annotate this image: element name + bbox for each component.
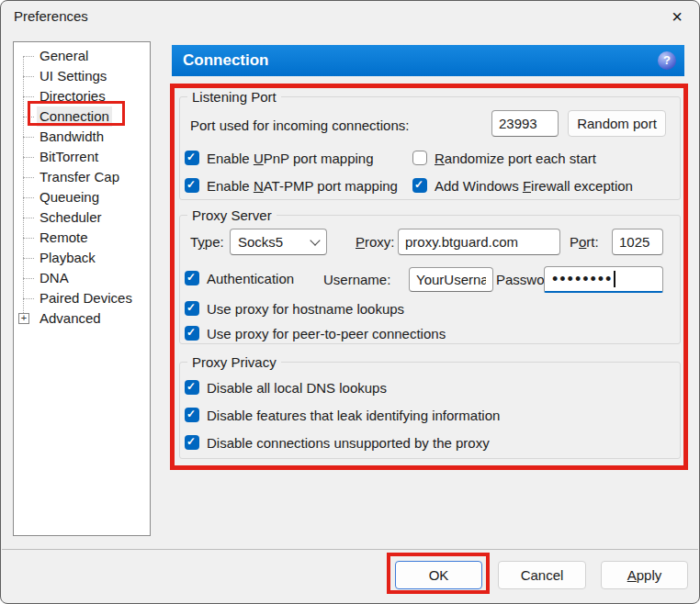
- natpmp-checkbox-row: Enable NAT-PMP port mapping: [185, 175, 398, 196]
- natpmp-checkbox[interactable]: [185, 178, 199, 193]
- text-caret: [614, 271, 615, 287]
- proxy-port-input[interactable]: [612, 229, 663, 255]
- sidebar-item-directories[interactable]: Directories: [14, 86, 150, 106]
- tree-twig: [23, 258, 34, 259]
- randomize-port-checkbox[interactable]: [412, 151, 427, 165]
- proxy-server-group: Proxy Server Type: Socks5 Proxy: Port: A…: [179, 215, 681, 344]
- sidebar-item-remote[interactable]: Remote: [14, 228, 150, 248]
- page-title: Connection: [172, 45, 684, 76]
- chevron-down-icon: [310, 235, 320, 245]
- hostname-lookup-checkbox-row: Use proxy for hostname lookups: [185, 298, 404, 319]
- p2p-proxy-label: Use proxy for peer-to-peer connections: [207, 326, 446, 341]
- upnp-checkbox[interactable]: [185, 151, 199, 165]
- sidebar-item-queueing[interactable]: Queueing: [14, 187, 150, 207]
- natpmp-label: Enable NAT-PMP port mapping: [207, 178, 398, 194]
- authentication-label: Authentication: [207, 271, 294, 286]
- randomize-checkbox-row: Randomize port each start: [412, 148, 596, 168]
- hostname-lookup-label: Use proxy for hostname lookups: [207, 301, 404, 317]
- group-title: Proxy Server: [187, 207, 277, 225]
- disable-dns-checkbox[interactable]: [185, 380, 199, 395]
- upnp-checkbox-row: Enable UPnP port mapping: [185, 148, 374, 168]
- p2p-proxy-checkbox[interactable]: [185, 326, 199, 341]
- firewall-checkbox-row: Add Windows Firewall exception: [412, 175, 633, 196]
- proxy-host-label: Proxy:: [356, 229, 395, 255]
- hostname-lookup-checkbox[interactable]: [185, 301, 199, 316]
- p2p-proxy-checkbox-row: Use proxy for peer-to-peer connections: [185, 323, 446, 343]
- disable-dns-label: Disable all local DNS lookups: [207, 380, 387, 396]
- authentication-checkbox-row: Authentication: [185, 268, 294, 288]
- cancel-button[interactable]: Cancel: [498, 561, 586, 589]
- firewall-label: Add Windows Firewall exception: [435, 178, 633, 194]
- upnp-label: Enable UPnP port mapping: [207, 151, 374, 166]
- proxy-privacy-group: Proxy Privacy Disable all local DNS look…: [179, 362, 681, 459]
- sidebar-item-dna[interactable]: DNA: [14, 268, 150, 288]
- tree-twig: [23, 238, 34, 239]
- sidebar-item-transfer-cap[interactable]: Transfer Cap: [14, 167, 150, 187]
- sidebar-item-playback[interactable]: Playback: [14, 248, 150, 268]
- tree-twig: [23, 96, 34, 97]
- tree-twig: [23, 197, 34, 198]
- tree-twig: [23, 56, 34, 57]
- category-tree: General UI Settings Directories Connecti…: [13, 41, 151, 536]
- proxy-type-select[interactable]: Socks5: [230, 229, 327, 255]
- group-title: Listening Port: [187, 88, 281, 106]
- window-title: Preferences: [14, 8, 88, 24]
- sidebar-item-scheduler[interactable]: Scheduler: [14, 207, 150, 228]
- apply-button[interactable]: Apply: [601, 561, 688, 589]
- sidebar-item-paired-devices[interactable]: Paired Devices: [14, 288, 150, 308]
- username-label: Username:: [323, 266, 390, 293]
- proxy-port-label: Port:: [570, 229, 599, 255]
- ok-button[interactable]: OK: [395, 561, 482, 589]
- randomize-label: Randomize port each start: [435, 151, 596, 166]
- sidebar-item-connection[interactable]: Connection: [14, 106, 150, 127]
- sidebar-item-bandwidth[interactable]: Bandwidth: [14, 127, 150, 147]
- preferences-dialog: Preferences × General UI Settings Direct…: [0, 0, 700, 604]
- random-port-button[interactable]: Random port: [568, 110, 666, 137]
- username-input[interactable]: [409, 267, 493, 292]
- incoming-port-label: Port used for incoming connections:: [190, 112, 409, 139]
- disable-unsupported-checkbox[interactable]: [185, 435, 199, 450]
- group-title: Proxy Privacy: [187, 353, 281, 372]
- page-header: Connection ?: [172, 45, 684, 76]
- sidebar-item-ui-settings[interactable]: UI Settings: [14, 66, 150, 86]
- disable-unsupported-label: Disable connections unsupported by the p…: [207, 435, 490, 451]
- tree-twig: [23, 157, 34, 158]
- help-icon[interactable]: ?: [658, 51, 676, 70]
- disable-leak-label: Disable features that leak identifying i…: [207, 408, 500, 423]
- firewall-exception-checkbox[interactable]: [412, 178, 427, 193]
- leak-features-checkbox-row: Disable features that leak identifying i…: [185, 405, 500, 425]
- tree-twig: [23, 137, 34, 138]
- tree-twig: [23, 177, 34, 178]
- authentication-checkbox[interactable]: [185, 271, 199, 285]
- password-dots: ••••••••: [552, 268, 613, 290]
- sidebar-item-advanced[interactable]: +Advanced: [14, 308, 150, 329]
- tree-twig: [23, 278, 34, 279]
- tree-twig: [23, 76, 34, 77]
- proxy-type-label: Type:: [190, 229, 224, 255]
- sidebar-item-general[interactable]: General: [14, 46, 150, 66]
- sidebar-item-bittorrent[interactable]: BitTorrent: [14, 147, 150, 167]
- listening-port-group: Listening Port Port used for incoming co…: [179, 96, 681, 200]
- disable-leak-checkbox[interactable]: [185, 408, 199, 422]
- proxy-host-input[interactable]: [398, 229, 560, 255]
- unsupported-connections-checkbox-row: Disable connections unsupported by the p…: [185, 432, 490, 453]
- dns-lookup-checkbox-row: Disable all local DNS lookups: [185, 377, 387, 397]
- footer-divider: [2, 549, 698, 550]
- proxy-type-value: Socks5: [238, 234, 311, 250]
- tree-twig: [23, 117, 34, 117]
- tree-twig: [23, 218, 34, 218]
- incoming-port-input[interactable]: [491, 110, 559, 137]
- password-input[interactable]: ••••••••: [544, 266, 663, 293]
- close-icon[interactable]: ×: [662, 5, 692, 28]
- expand-plus-icon[interactable]: +: [18, 313, 29, 324]
- tree-twig: [23, 298, 34, 299]
